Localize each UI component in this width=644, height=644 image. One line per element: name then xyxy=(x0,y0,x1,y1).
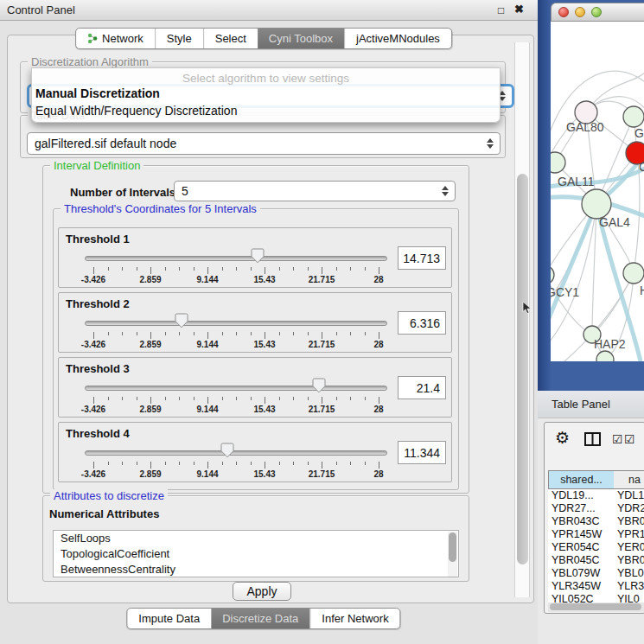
cell-shared-name: YIL052C xyxy=(552,593,594,603)
column-header-name[interactable]: na xyxy=(614,470,644,489)
bottom-tab-infer-network[interactable]: Infer Network xyxy=(309,609,399,628)
table-row[interactable]: YIL052CYIL0 xyxy=(548,593,644,603)
checkbox-icon[interactable]: ☑ xyxy=(612,432,623,446)
network-node-green[interactable] xyxy=(623,263,644,284)
slider-tick xyxy=(336,267,337,271)
threshold-row-4: Threshold 4-3.4262.8599.14415.4321.71528 xyxy=(58,422,452,482)
tab-cyni-toolbox[interactable]: Cyni Toolbox xyxy=(258,29,344,48)
slider-tick xyxy=(108,267,109,271)
slider-tick xyxy=(93,332,94,339)
slider-thumb[interactable] xyxy=(220,443,234,462)
slider-track[interactable] xyxy=(85,450,387,456)
apply-button[interactable]: Apply xyxy=(233,582,291,601)
slider-tick xyxy=(365,397,366,400)
gear-icon[interactable]: ⚙ xyxy=(555,428,570,448)
slider-tick xyxy=(350,462,351,465)
attribute-item-selfloops[interactable]: SelfLoops xyxy=(54,531,458,546)
slider-tick xyxy=(336,462,337,465)
column-header-shared[interactable]: shared... xyxy=(548,470,615,489)
table-row[interactable]: YBR045CYBR0 xyxy=(548,554,644,567)
network-edge[interactable] xyxy=(592,204,596,335)
table-row[interactable]: YPR145WYPR1 xyxy=(548,528,644,541)
table-horizontal-scrollbar[interactable] xyxy=(548,603,644,612)
threshold-rows: Threshold 1-3.4262.8599.14415.4321.71528… xyxy=(58,227,452,487)
slider-tick-label: 2.859 xyxy=(139,469,161,479)
network-node-green[interactable] xyxy=(623,106,644,127)
attribute-item-betweennesscentrality[interactable]: BetweennessCentrality xyxy=(54,562,458,577)
numerical-attributes-list[interactable]: SelfLoopsTopologicalCoefficientBetweenne… xyxy=(53,530,459,577)
slider-track[interactable] xyxy=(85,256,387,261)
slider-tick xyxy=(308,462,309,465)
slider-tick xyxy=(236,332,237,335)
zoom-traffic-light-icon[interactable] xyxy=(591,7,602,17)
tab-style[interactable]: Style xyxy=(155,29,203,48)
table-row[interactable]: YER054CYER0 xyxy=(548,541,644,554)
slider-tick xyxy=(251,397,252,400)
network-node-green[interactable] xyxy=(551,152,565,173)
network-node-label: GAL4 xyxy=(599,215,630,229)
table-row[interactable]: YBR043CYBR0 xyxy=(548,515,644,528)
slider-tick xyxy=(165,332,166,335)
threshold-value-input[interactable] xyxy=(398,376,446,399)
slider-thumb[interactable] xyxy=(175,313,188,332)
slider-tick-label: 2.859 xyxy=(139,405,161,414)
network-node-green[interactable] xyxy=(596,351,614,361)
number-of-intervals-combobox[interactable]: 5 xyxy=(174,181,456,201)
slider-tick xyxy=(222,462,223,465)
network-node-green[interactable] xyxy=(551,265,554,284)
slider-tick xyxy=(279,267,280,271)
slider-track[interactable] xyxy=(85,386,387,391)
slider-tick-label: 21.715 xyxy=(309,340,335,349)
threshold-row-3: Threshold 3-3.4262.8599.14415.4321.71528 xyxy=(58,357,452,418)
algorithm-option-manual-discretization[interactable]: Manual Discretization xyxy=(35,86,160,100)
table-data-combobox[interactable]: galFiltered.sif default node xyxy=(27,132,501,155)
slider-track[interactable] xyxy=(85,321,387,326)
bottom-tab-impute-data-label: Impute Data xyxy=(138,612,200,625)
float-window-icon[interactable]: □ xyxy=(498,4,504,16)
tab-jactivemnodules-label: jActiveMNodules xyxy=(356,32,440,45)
cell-shared-name: YDL19... xyxy=(552,489,594,502)
tab-network[interactable]: Network xyxy=(76,29,155,48)
slider-thumb[interactable] xyxy=(312,378,326,397)
network-node-green[interactable] xyxy=(582,189,611,219)
slider-tick xyxy=(322,397,322,404)
slider-thumb[interactable] xyxy=(251,248,265,267)
bottom-tab-impute-data[interactable]: Impute Data xyxy=(127,609,211,628)
panel-scrollbar-thumb[interactable] xyxy=(517,174,528,564)
attributes-scrollbar-thumb[interactable] xyxy=(449,532,456,562)
table-row[interactable]: YDL19...YDL1 xyxy=(548,489,644,502)
close-traffic-light-icon[interactable] xyxy=(558,7,569,17)
table-row[interactable]: YLR345WYLR3 xyxy=(548,580,644,593)
close-icon[interactable]: ✖ xyxy=(514,3,524,16)
split-table-icon[interactable] xyxy=(584,432,601,446)
attribute-item-topologicalcoefficient[interactable]: TopologicalCoefficient xyxy=(54,546,458,562)
threshold-value-input[interactable] xyxy=(398,246,446,270)
attributes-scrollbar[interactable] xyxy=(448,532,457,577)
threshold-value-input[interactable] xyxy=(398,311,446,335)
network-node-label: GAL11 xyxy=(558,175,595,188)
bottom-tab-discretize-data-label: Discretize Data xyxy=(222,612,298,625)
slider-tick xyxy=(165,267,166,271)
bottom-tab-infer-network-label: Infer Network xyxy=(322,612,388,625)
panel-scrollbar[interactable] xyxy=(514,42,530,597)
slider-tick xyxy=(322,332,322,339)
table-row[interactable]: YDR27...YDR2 xyxy=(548,502,644,515)
slider-tick-label: 21.715 xyxy=(309,469,335,479)
network-edge-highlighted[interactable] xyxy=(551,204,596,331)
network-canvas[interactable]: GAL80GAGAL11CGAL4GCY1HHAP2 xyxy=(551,22,644,361)
tab-select[interactable]: Select xyxy=(203,29,258,48)
cell-name: YPR1 xyxy=(617,528,644,541)
slider-tick-label: 9.144 xyxy=(196,469,218,479)
table-horizontal-scrollbar-thumb[interactable] xyxy=(550,603,641,610)
algorithm-option-equal-width-frequency[interactable]: Equal Width/Frequency Discretization xyxy=(35,104,237,118)
threshold-value-input[interactable] xyxy=(398,441,446,464)
algorithm-dropdown-popup: Select algorithm to view settings Manual… xyxy=(31,67,501,123)
table-row[interactable]: YBL079WYBL0 xyxy=(548,567,644,580)
checkbox-icon[interactable]: ☑ xyxy=(624,432,635,446)
network-edge[interactable] xyxy=(592,273,634,335)
slider-tick xyxy=(179,332,180,335)
minimize-traffic-light-icon[interactable] xyxy=(575,7,585,17)
slider-tick-label: 28 xyxy=(373,469,383,479)
tab-jactivemnodules[interactable]: jActiveMNodules xyxy=(344,29,451,48)
bottom-tab-discretize-data[interactable]: Discretize Data xyxy=(211,609,309,628)
